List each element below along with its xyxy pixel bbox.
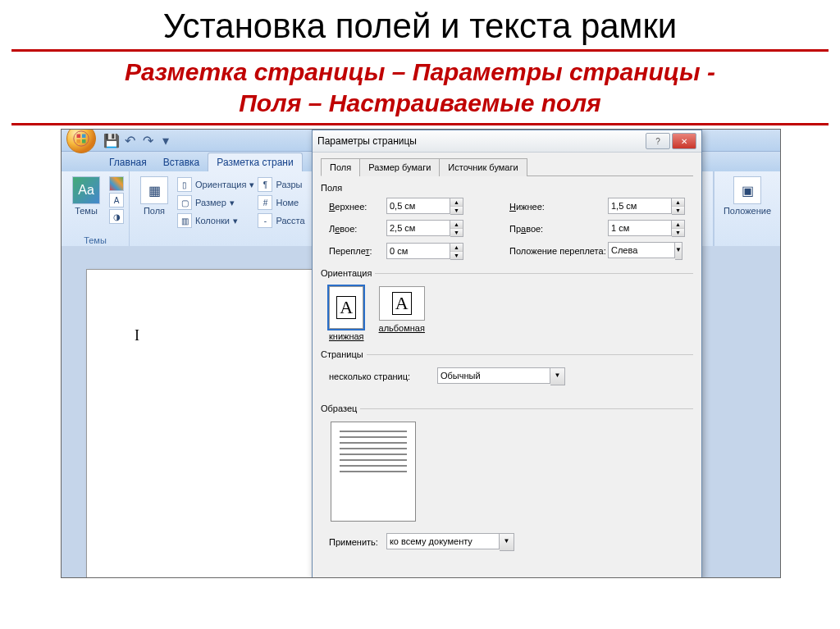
margin-top-input[interactable]: ▲▼ — [386, 198, 477, 215]
themes-icon: Aa — [72, 176, 100, 204]
gutter-input[interactable]: ▲▼ — [386, 243, 477, 260]
orientation-button[interactable]: ▯Ориентация ▾ — [177, 176, 254, 193]
spin-up-icon[interactable]: ▲ — [672, 221, 684, 229]
label-bottom: Нижнее: — [509, 202, 608, 212]
svg-rect-3 — [77, 139, 81, 144]
slide-subtitle: Разметка страницы – Параметры страницы -… — [49, 57, 791, 118]
margin-right-input[interactable]: ▲▼ — [608, 220, 682, 237]
dialog-tab-source[interactable]: Источник бумаги — [439, 158, 527, 176]
office-button[interactable] — [66, 129, 96, 153]
section-margins: Поля — [321, 183, 693, 193]
save-icon[interactable]: 💾 — [104, 133, 119, 148]
spin-up-icon[interactable]: ▲ — [672, 198, 684, 207]
dialog-tabs: Поля Размер бумаги Источник бумаги — [321, 157, 693, 176]
gutter-position-combo[interactable]: ▼ — [608, 242, 682, 260]
close-button[interactable]: ✕ — [672, 133, 696, 149]
margin-left-input[interactable]: ▲▼ — [386, 220, 477, 237]
position-icon: ▣ — [733, 176, 761, 204]
dialog-titlebar[interactable]: Параметры страницы ? ✕ — [313, 130, 701, 153]
label-apply-to: Применить: — [329, 537, 378, 547]
qat-customize-icon[interactable]: ▾ — [158, 133, 173, 148]
group-label-themes: Темы — [66, 234, 124, 245]
screenshot-frame: 💾 ↶ ↷ ▾ Главная Вставка Разметка страни … — [61, 129, 781, 578]
spin-up-icon[interactable]: ▲ — [450, 221, 463, 229]
size-button[interactable]: ▢Размер ▾ — [177, 194, 254, 211]
divider — [11, 49, 829, 52]
chevron-down-icon[interactable]: ▼ — [675, 242, 682, 260]
tab-home[interactable]: Главная — [101, 153, 155, 171]
line-numbers-button[interactable]: #Номе — [258, 194, 304, 211]
label-multiple-pages: несколько страниц: — [329, 371, 429, 381]
section-pages: Страницы — [321, 349, 367, 359]
subtitle-line1: Разметка страницы – Параметры страницы - — [125, 58, 715, 85]
label-gutter: Переплет: — [329, 246, 386, 256]
size-icon: ▢ — [177, 195, 192, 210]
dialog-title: Параметры страницы — [317, 135, 417, 147]
spin-down-icon[interactable]: ▼ — [450, 252, 463, 259]
tab-page-layout[interactable]: Разметка страни — [208, 153, 302, 171]
group-label-arrange — [719, 244, 775, 245]
position-label: Положение — [724, 206, 771, 216]
spin-down-icon[interactable]: ▼ — [672, 229, 684, 236]
help-button[interactable]: ? — [646, 133, 670, 149]
tab-insert[interactable]: Вставка — [155, 153, 208, 171]
page-setup-dialog: Параметры страницы ? ✕ Поля Размер бумаг… — [312, 130, 702, 578]
section-orientation: Ориентация — [321, 268, 375, 278]
orientation-portrait[interactable]: A книжная — [329, 286, 364, 341]
margins-label: Поля — [144, 206, 165, 216]
spin-down-icon[interactable]: ▼ — [672, 207, 684, 214]
text-cursor: I — [135, 327, 139, 344]
themes-button[interactable]: Aa Темы — [66, 175, 106, 217]
themes-label: Темы — [75, 206, 98, 216]
theme-effects-icon[interactable]: ◑ — [109, 209, 124, 224]
subtitle-line2: Поля – Настраиваемые поля — [239, 89, 601, 116]
portrait-icon: A — [336, 296, 356, 319]
section-preview: Образец — [321, 403, 360, 413]
dialog-tab-paper[interactable]: Размер бумаги — [359, 158, 440, 176]
svg-point-0 — [74, 131, 89, 146]
preview-thumbnail — [331, 422, 416, 522]
line-numbers-icon: # — [258, 195, 272, 210]
label-left: Левое: — [329, 224, 386, 234]
columns-button[interactable]: ▥Колонки ▾ — [177, 212, 254, 229]
breaks-icon: ¶ — [258, 177, 272, 192]
divider — [11, 123, 829, 125]
margins-button[interactable]: ▦ Поля — [135, 175, 174, 217]
ribbon-group-themes: Aa Темы A ◑ Темы — [62, 171, 130, 247]
undo-icon[interactable]: ↶ — [122, 133, 137, 148]
spin-down-icon[interactable]: ▼ — [450, 229, 463, 236]
hyphenation-button[interactable]: -Расста — [258, 212, 304, 229]
spin-down-icon[interactable]: ▼ — [450, 207, 463, 214]
orientation-landscape[interactable]: A альбомная — [379, 286, 425, 341]
theme-fonts-icon[interactable]: A — [109, 193, 124, 207]
redo-icon[interactable]: ↷ — [140, 133, 155, 148]
columns-icon: ▥ — [177, 213, 192, 228]
orientation-icon: ▯ — [177, 177, 192, 192]
svg-rect-2 — [82, 134, 86, 139]
label-right: Правое: — [509, 224, 608, 234]
position-button[interactable]: ▣ Положение — [719, 175, 775, 217]
apply-to-combo[interactable]: ▼ — [386, 533, 514, 551]
svg-rect-1 — [77, 134, 81, 139]
slide-title: Установка полей и текста рамки — [0, 7, 840, 46]
margins-icon: ▦ — [140, 176, 168, 204]
spin-up-icon[interactable]: ▲ — [450, 198, 463, 207]
dialog-tab-margins[interactable]: Поля — [321, 158, 360, 176]
label-gutter-pos: Положение переплета: — [509, 246, 608, 256]
theme-colors-icon[interactable] — [109, 176, 124, 191]
chevron-down-icon[interactable]: ▼ — [500, 533, 514, 551]
svg-rect-4 — [82, 139, 86, 144]
landscape-label: альбомная — [379, 323, 425, 333]
spin-up-icon[interactable]: ▲ — [450, 244, 463, 252]
ribbon-group-arrange: ▣ Положение — [714, 171, 780, 247]
landscape-icon: A — [392, 292, 412, 315]
chevron-down-icon[interactable]: ▼ — [550, 367, 565, 385]
label-top: Верхнее: — [329, 202, 386, 212]
hyphenation-icon: - — [258, 213, 272, 228]
breaks-button[interactable]: ¶Разры — [258, 176, 304, 193]
document-page[interactable]: I — [86, 269, 350, 578]
portrait-label: книжная — [329, 331, 364, 341]
multiple-pages-combo[interactable]: ▼ — [437, 367, 565, 385]
margin-bottom-input[interactable]: ▲▼ — [608, 198, 682, 215]
